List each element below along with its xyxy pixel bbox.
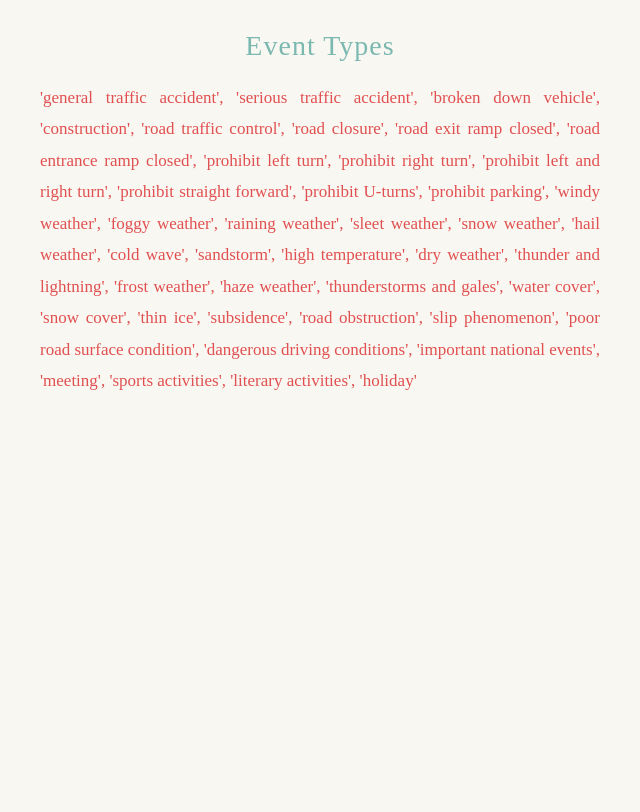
page-title: Event Types	[40, 30, 600, 62]
page-container: Event Types 'general traffic accident', …	[20, 0, 620, 426]
event-types-content: 'general traffic accident', 'serious tra…	[40, 82, 600, 396]
